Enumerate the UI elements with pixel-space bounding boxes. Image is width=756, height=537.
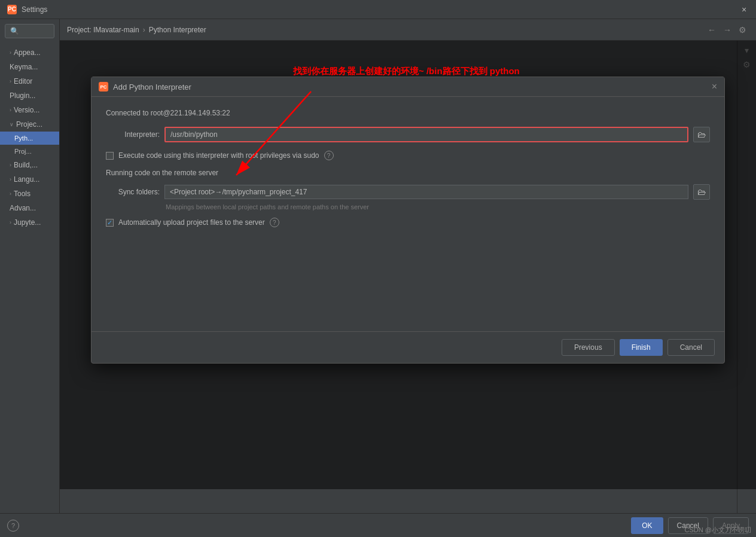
sync-folders-browse-button[interactable]: 🗁 [693,184,710,200]
dialog-body: Connected to root@221.194.149.53:22 Inte… [92,97,724,331]
sidebar-label: Pyth... [14,135,33,142]
expand-arrow: › [10,162,11,168]
expand-arrow: › [10,176,11,182]
sync-folders-label: Sync folders: [106,188,160,196]
watermark: CSDN @小文刀不唠叨 [685,526,751,535]
interpreter-input[interactable] [164,127,688,142]
previous-button[interactable]: Previous [562,339,615,356]
sidebar-item-advanced[interactable]: Advan... [0,201,59,215]
breadcrumb-project: Project: IMavatar-main [67,26,139,34]
ok-button[interactable]: OK [631,517,663,534]
sidebar-label: Proj... [14,148,32,155]
sudo-checkbox-row: Execute code using this interpreter with… [106,151,710,160]
auto-upload-label: Automatically upload project files to th… [118,218,265,227]
expand-arrow: › [10,191,11,197]
help-button[interactable]: ? [7,520,19,532]
main-panel: Project: IMavatar-main › Python Interpre… [60,19,756,513]
interpreter-field: Interpreter: 🗁 [106,127,710,142]
sync-folders-field: Sync folders: 🗁 [106,184,710,200]
sidebar-item-build[interactable]: › Build,... [0,158,59,172]
expand-arrow: ∨ [10,121,14,127]
dialog-title-bar: PC Add Python Interpreter × [92,77,724,97]
sidebar-label: Keyma... [10,63,38,71]
sidebar-item-appearance[interactable]: › Appea... [0,45,59,60]
sidebar-label: Projec... [16,120,42,129]
search-input[interactable] [5,24,54,38]
finish-button[interactable]: Finish [620,339,663,356]
sidebar-label: Versio... [14,106,39,114]
sidebar-item-languages[interactable]: › Langu... [0,172,59,187]
panel-content: ▾ ⚙ PC Add Python Interpreter × [60,41,756,513]
sidebar-label: Appea... [14,48,41,57]
auto-upload-checkbox[interactable]: ✓ [106,219,114,227]
sidebar-label: Build,... [14,161,38,169]
auto-upload-help-icon[interactable]: ? [270,218,279,227]
window-title: Settings [22,5,47,14]
section-title: Running code on the remote server [106,169,710,177]
window-close-button[interactable]: × [739,5,749,14]
sidebar-item-keymap[interactable]: Keyma... [0,60,59,74]
expand-arrow: › [10,50,11,56]
sidebar-label: Jupyte... [14,218,41,227]
sidebar: › Appea... Keyma... › Editor Plugin... ›… [0,19,60,513]
sidebar-label: Advan... [10,204,36,212]
sidebar-item-python-interpreter[interactable]: Pyth... [0,132,59,145]
interpreter-browse-button[interactable]: 🗁 [693,127,710,142]
sync-hint: Mappings between local project paths and… [106,203,710,210]
expand-arrow: › [10,107,11,113]
sidebar-item-version[interactable]: › Versio... [0,103,59,117]
connected-info: Connected to root@221.194.149.53:22 [106,109,710,117]
sidebar-items: › Appea... Keyma... › Editor Plugin... ›… [0,43,59,513]
sidebar-label: Langu... [14,175,39,184]
breadcrumb-separator: › [143,26,145,34]
sudo-help-icon[interactable]: ? [324,151,334,160]
interpreter-label: Interpreter: [106,130,160,139]
sidebar-item-editor[interactable]: › Editor [0,74,59,89]
expand-arrow: › [10,78,11,84]
dialog-title: Add Python Interpreter [113,83,191,91]
bottom-left: ? [7,520,19,532]
sidebar-item-plugins[interactable]: Plugin... [0,89,59,103]
sidebar-item-project-structure[interactable]: Proj... [0,145,59,158]
auto-upload-row: ✓ Automatically upload project files to … [106,218,710,227]
settings-window: PC Settings × › Appea... Keyma... › Edit… [0,0,756,537]
dialog-close-button[interactable]: × [712,82,717,91]
add-python-interpreter-dialog: PC Add Python Interpreter × Connected to… [91,77,725,364]
sidebar-item-jupyter[interactable]: › Jupyte... [0,215,59,230]
dialog-app-icon: PC [99,82,108,91]
app-icon: PC [7,5,17,14]
title-bar: PC Settings × [0,0,756,19]
nav-back-button[interactable]: ← [705,24,718,36]
settings-gear-button[interactable]: ⚙ [736,24,749,36]
dialog-footer: Previous Finish Cancel [92,331,724,363]
sidebar-label: Editor [14,77,32,86]
bottom-bar: ? OK Cancel Apply [0,513,756,537]
sidebar-label: Plugin... [10,91,35,100]
expand-arrow: › [10,219,11,225]
dialog-cancel-button[interactable]: Cancel [667,339,715,356]
sync-folders-input[interactable] [164,185,688,199]
content-area: › Appea... Keyma... › Editor Plugin... ›… [0,19,756,513]
breadcrumb-interpreter: Python Interpreter [149,26,206,34]
panel-header-actions: ← → ⚙ [705,24,749,36]
dialog-overlay: PC Add Python Interpreter × Connected to… [60,41,756,489]
sidebar-item-tools[interactable]: › Tools [0,187,59,201]
sudo-checkbox[interactable] [106,152,114,160]
nav-forward-button[interactable]: → [721,24,734,36]
sidebar-item-project[interactable]: ∨ Projec... [0,117,59,132]
sudo-label: Execute code using this interpreter with… [118,151,319,160]
sidebar-label: Tools [14,190,31,198]
panel-header: Project: IMavatar-main › Python Interpre… [60,19,756,41]
